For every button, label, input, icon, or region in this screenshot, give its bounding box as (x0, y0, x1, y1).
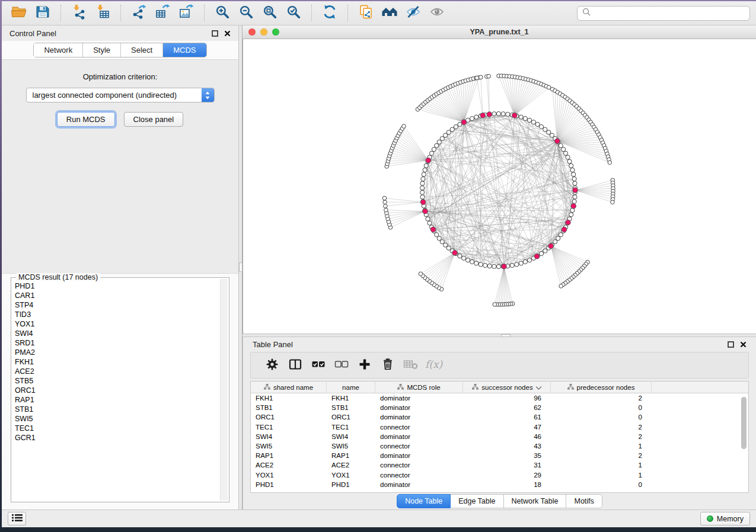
memory-button[interactable]: Memory (700, 512, 750, 525)
task-history-button[interactable] (8, 512, 26, 525)
result-node[interactable]: STB5 (15, 376, 219, 386)
tab-network[interactable]: Network (34, 43, 83, 57)
tab-network-table[interactable]: Network Table (504, 494, 567, 508)
search-input[interactable] (594, 9, 745, 17)
result-node[interactable]: RAP1 (15, 395, 219, 405)
table-options-button[interactable] (260, 355, 283, 376)
result-node[interactable]: GCR1 (15, 433, 219, 443)
export-network-button[interactable] (127, 4, 150, 23)
horizontal-splitter[interactable] (243, 334, 756, 337)
network-graph[interactable] (243, 39, 756, 334)
export-image-button[interactable] (175, 4, 197, 23)
column-header-successor-nodes[interactable]: successor nodes (463, 382, 551, 393)
minimize-window-light[interactable] (260, 28, 267, 36)
hide-selected-button[interactable] (402, 4, 425, 23)
close-window-light[interactable] (248, 28, 256, 36)
tab-node-table[interactable]: Node Table (397, 494, 451, 508)
show-column-panel-button[interactable] (283, 355, 307, 376)
result-node[interactable]: PHD1 (15, 281, 219, 291)
run-mcds-button[interactable]: Run MCDS (57, 112, 115, 127)
open-file-icon (11, 4, 27, 22)
table-scrollbar-thumb[interactable] (741, 397, 747, 449)
result-node[interactable]: STB1 (15, 405, 219, 414)
export-table-button[interactable] (151, 4, 174, 23)
save-session-button[interactable] (31, 4, 54, 23)
result-node[interactable]: ORC1 (15, 386, 219, 395)
refresh-view-button[interactable] (318, 4, 341, 23)
table-row[interactable]: TEC1TEC1connector472 (251, 422, 748, 432)
result-node[interactable]: CAR1 (15, 291, 219, 300)
cell: RAP1 (327, 452, 375, 459)
cell: connector (375, 424, 463, 431)
zoom-in-button[interactable] (211, 4, 234, 23)
zoom-selected-button[interactable] (282, 4, 305, 23)
first-neighbors-button[interactable] (378, 4, 401, 23)
network-canvas[interactable] (243, 39, 756, 334)
delete-column-button[interactable] (376, 355, 399, 376)
import-table-button[interactable] (91, 4, 114, 23)
result-node[interactable]: YOX1 (15, 319, 219, 329)
table-row[interactable]: SWI4SWI4dominator462 (251, 432, 748, 441)
tab-motifs[interactable]: Motifs (566, 494, 602, 508)
criterion-dropdown[interactable]: largest connected component (undirected) (26, 88, 215, 102)
table-row[interactable]: SWI5SWI5connector431 (251, 441, 748, 451)
zoom-fit-button[interactable] (259, 4, 281, 23)
vertical-splitter[interactable] (238, 25, 243, 509)
network-window-title: YPA_prune.txt_1 (243, 28, 756, 36)
column-header-predecessor-nodes[interactable]: predecessor nodes (551, 382, 652, 393)
table-panel: Table Panel f(x) shared namenameMCDS rol… (243, 337, 756, 509)
cell: dominator (375, 481, 463, 488)
tab-edge-table[interactable]: Edge Table (451, 494, 503, 508)
search-icon (582, 8, 591, 18)
result-list-scrollbar[interactable] (220, 279, 228, 501)
control-panel-tabs: NetworkStyleSelectMCDS (2, 41, 238, 59)
table-scrollbar[interactable] (741, 396, 747, 488)
table-row[interactable]: STB1STB1dominator620 (251, 403, 748, 412)
function-builder-icon: f(x) (424, 358, 444, 373)
mcds-result-list[interactable]: PHD1CAR1STP4TID3YOX1SWI4SRD1PMA2FKH1ACE2… (15, 281, 219, 501)
column-header-MCDS-role[interactable]: MCDS role (375, 382, 463, 393)
import-network-icon (71, 4, 87, 22)
zoom-out-button[interactable] (235, 4, 257, 23)
column-header-name[interactable]: name (327, 382, 375, 393)
table-row[interactable]: FKH1FKH1dominator962 (251, 393, 748, 403)
table-row[interactable]: RAP1RAP1dominator352 (251, 451, 748, 460)
close-panel-button[interactable]: Close panel (124, 112, 184, 127)
select-all-rows-button[interactable] (307, 355, 330, 376)
result-node[interactable]: ACE2 (15, 367, 219, 376)
float-table-panel-icon[interactable] (728, 341, 734, 348)
import-network-button[interactable] (68, 4, 90, 23)
table-row[interactable]: PHD1PHD1dominator180 (251, 480, 748, 489)
close-panel-icon[interactable] (224, 30, 231, 37)
tab-select[interactable]: Select (121, 43, 163, 57)
cell: STB1 (327, 404, 375, 411)
table-row[interactable]: ACE2ACE2connector311 (251, 460, 748, 470)
result-node[interactable]: TEC1 (15, 424, 219, 433)
search-box[interactable] (577, 6, 750, 21)
result-node[interactable]: TID3 (15, 310, 219, 319)
add-column-button[interactable] (353, 355, 376, 376)
table-row[interactable]: ORC1ORC1dominator610 (251, 412, 748, 422)
delete-column-icon (381, 358, 394, 373)
main-toolbar (2, 1, 756, 25)
result-node[interactable]: STP4 (15, 300, 219, 310)
float-panel-icon[interactable] (212, 30, 218, 37)
result-node[interactable]: PMA2 (15, 348, 219, 357)
column-header-shared-name[interactable]: shared name (251, 382, 327, 393)
result-node[interactable]: FKH1 (15, 357, 219, 367)
clone-network-button[interactable] (355, 4, 377, 23)
tab-mcds[interactable]: MCDS (163, 43, 206, 57)
deselect-all-rows-button[interactable] (330, 355, 353, 376)
result-node[interactable]: SWI5 (15, 414, 219, 424)
table-row[interactable]: YOX1YOX1connector291 (251, 470, 748, 480)
close-table-panel-icon[interactable] (740, 341, 747, 348)
zoom-window-light[interactable] (272, 28, 279, 36)
network-window-titlebar[interactable]: YPA_prune.txt_1 (243, 25, 756, 39)
result-node[interactable]: SRD1 (15, 338, 219, 348)
horizontal-splitter-grip[interactable] (501, 334, 511, 337)
show-all-button[interactable] (426, 4, 448, 23)
table-header-row: shared namenameMCDS rolesuccessor nodesp… (251, 382, 748, 393)
open-file-button[interactable] (8, 4, 30, 23)
tab-style[interactable]: Style (83, 43, 121, 57)
result-node[interactable]: SWI4 (15, 329, 219, 338)
